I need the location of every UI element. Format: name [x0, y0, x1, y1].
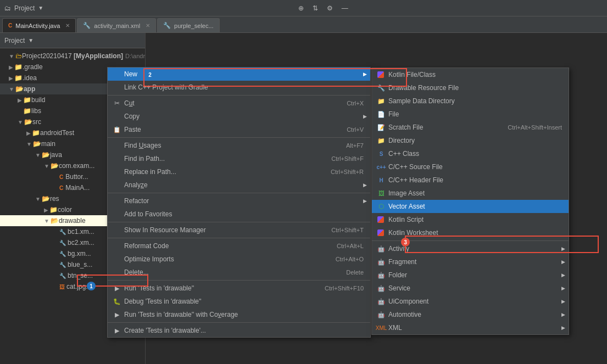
- menu-item-create-tests[interactable]: ▶ Create 'Tests in 'drawable'...: [108, 324, 370, 337]
- src-folder-icon: 📂: [24, 118, 32, 126]
- xml2-icon: XML: [376, 325, 386, 331]
- menu-item-debug-tests[interactable]: 🐛 Debug 'Tests in 'drawable'': [108, 295, 370, 308]
- menu-item-favorites[interactable]: Add to Favorites: [108, 208, 370, 221]
- submenu-uicomponent-label: UiComponent: [388, 298, 562, 305]
- menu-run-coverage-label: Run 'Tests in 'drawable'' with Coverage: [124, 311, 364, 318]
- submenu-item-image-asset[interactable]: 🖼 Image Asset: [372, 187, 569, 200]
- submenu-item-vector-asset[interactable]: ⬡ Vector Asset: [372, 200, 569, 213]
- submenu-item-fragment[interactable]: 🤖 Fragment: [372, 255, 569, 268]
- tab-close-activity-xml[interactable]: ✕: [146, 23, 150, 29]
- project-header-label: Project: [4, 37, 25, 44]
- tab-close-main-activity[interactable]: ✕: [65, 23, 70, 29]
- project-header-arrow[interactable]: ▼: [28, 37, 34, 43]
- create-tests-icon: ▶: [112, 327, 122, 334]
- blues-label: blue_s...: [68, 261, 92, 268]
- sample-data-icon: 📁: [376, 98, 386, 105]
- menu-item-refactor[interactable]: Refactor: [108, 194, 370, 208]
- menu-delete-label: Delete...: [124, 268, 335, 276]
- idea-label: .idea: [23, 74, 37, 82]
- libs-folder-icon: 📁: [23, 107, 31, 115]
- androidtest-arrow: ▶: [26, 130, 31, 136]
- catjpg-icon: 🖼: [59, 284, 65, 290]
- submenu-item-service[interactable]: 🤖 Service: [372, 282, 569, 295]
- submenu-item-xml[interactable]: XML XML: [372, 321, 569, 334]
- bc1-label: bc1.xm...: [68, 228, 94, 236]
- submenu-item-file[interactable]: 📄 File: [372, 108, 569, 121]
- color-label: color: [58, 206, 72, 214]
- submenu-item-drawable-resource[interactable]: 🔧 Drawable Resource File: [372, 81, 569, 94]
- mainactivity-java-icon: C: [59, 185, 63, 191]
- divider-4: [108, 222, 370, 222]
- submenu-item-directory[interactable]: 📁 Directory: [372, 134, 569, 147]
- menu-item-optimize[interactable]: Optimize Imports Ctrl+Alt+O: [108, 253, 370, 266]
- reformat-shortcut: Ctrl+Alt+L: [337, 243, 364, 249]
- submenu-item-scratch-file[interactable]: 📝 Scratch File Ctrl+Alt+Shift+Insert: [372, 121, 569, 134]
- debug-tests-icon: 🐛: [112, 298, 122, 305]
- submenu-vector-asset-label: Vector Asset: [388, 203, 562, 210]
- menu-item-run-tests[interactable]: ▶ Run 'Tests in 'drawable'' Ctrl+Shift+F…: [108, 282, 370, 295]
- submenu-item-kotlin-file[interactable]: Kotlin File/Class: [372, 68, 569, 81]
- tab-activity-main-xml[interactable]: 🔧 activity_main.xml ✕: [77, 18, 156, 32]
- divider-1: [108, 95, 370, 96]
- resource-manager-shortcut: Ctrl+Shift+T: [331, 227, 364, 233]
- menu-item-find-path[interactable]: Find in Path... Ctrl+Shift+F: [108, 152, 370, 165]
- submenu-item-cpp-class[interactable]: S C++ Class: [372, 147, 569, 160]
- tab-purple-select[interactable]: 🔧 purple_selec...: [157, 18, 220, 32]
- drawable-folder-icon: 📂: [51, 217, 59, 225]
- btnse-icon: 🔧: [59, 273, 66, 279]
- submenu-service-label: Service: [388, 284, 562, 292]
- submenu-item-automotive[interactable]: 🤖 Automotive: [372, 308, 569, 321]
- divider-6: [108, 280, 370, 281]
- menu-item-run-coverage[interactable]: ▶ Run 'Tests in 'drawable'' with Coverag…: [108, 308, 370, 321]
- replace-path-shortcut: Ctrl+Shift+R: [331, 169, 364, 175]
- drawable-resource-icon: 🔧: [376, 85, 386, 92]
- submenu-item-kotlin-worksheet[interactable]: Kotlin Worksheet: [372, 226, 569, 239]
- menu-item-cut[interactable]: ✂ Cut Ctrl+X: [108, 97, 370, 110]
- xml-icon: 🔧: [83, 22, 91, 29]
- main-arrow: ▼: [26, 141, 32, 147]
- menu-item-paste[interactable]: 📋 Paste Ctrl+V: [108, 123, 370, 136]
- submenu-item-folder[interactable]: 🤖 Folder: [372, 268, 569, 282]
- src-arrow: ▼: [18, 119, 23, 125]
- menu-item-analyze[interactable]: Analyze: [108, 178, 370, 192]
- mainactivity-label: MainA...: [65, 184, 90, 192]
- dropdown-arrow[interactable]: ▼: [38, 5, 43, 11]
- submenu-item-sample-data[interactable]: 📁 Sample Data Directory: [372, 94, 569, 108]
- drawable-label: drawable: [59, 217, 86, 225]
- submenu-kotlin-worksheet-label: Kotlin Worksheet: [388, 229, 562, 237]
- uicomponent-icon: 🤖: [376, 298, 386, 305]
- menu-link-cpp-label: Link C++ Project with Gradle: [124, 83, 364, 91]
- libs-label: libs: [31, 107, 41, 115]
- tab-bar: C MainActivity.java ✕ 🔧 activity_main.xm…: [0, 16, 607, 33]
- globe-icon[interactable]: ⊕: [298, 4, 304, 12]
- menu-run-tests-label: Run 'Tests in 'drawable'': [124, 284, 314, 292]
- submenu-activity-label: Activity: [388, 245, 562, 253]
- image-asset-icon: 🖼: [376, 190, 386, 197]
- root-label: Project20210417 [MyApplication]: [22, 52, 123, 60]
- submenu-kotlin-file-label: Kotlin File/Class: [388, 71, 562, 79]
- submenu-item-cpp-header[interactable]: H C/C++ Header File: [372, 173, 569, 187]
- menu-replace-path-label: Replace in Path...: [124, 168, 320, 176]
- run-coverage-icon: ▶: [112, 311, 122, 318]
- blues-icon: 🔧: [59, 262, 66, 268]
- menu-item-link-cpp[interactable]: Link C++ Project with Gradle: [108, 81, 370, 94]
- submenu-item-kotlin-script[interactable]: Kotlin Script: [372, 213, 569, 226]
- tree-root[interactable]: ▼ 🗁 Project20210417 [MyApplication] D:\a…: [0, 51, 145, 61]
- minus-icon[interactable]: —: [342, 4, 348, 12]
- com-exam-folder-icon: 📂: [51, 162, 59, 170]
- equalizer-icon[interactable]: ⇅: [313, 4, 318, 12]
- menu-item-delete[interactable]: Delete... Delete: [108, 266, 370, 279]
- submenu-item-cpp-source[interactable]: c++ C/C++ Source File: [372, 160, 569, 173]
- menu-item-replace-path[interactable]: Replace in Path... Ctrl+Shift+R: [108, 165, 370, 178]
- gear-icon[interactable]: ⚙: [327, 4, 333, 12]
- submenu-item-uicomponent[interactable]: 🤖 UiComponent: [372, 295, 569, 308]
- menu-new-label: New: [124, 70, 364, 78]
- menu-item-reformat[interactable]: Reformat Code Ctrl+Alt+L: [108, 239, 370, 253]
- project-label: Project: [14, 4, 35, 12]
- tab-label-activity-xml: activity_main.xml: [94, 23, 140, 29]
- vector-asset-icon: ⬡: [376, 203, 386, 210]
- tab-main-activity[interactable]: C MainActivity.java ✕: [2, 18, 76, 32]
- menu-item-resource-manager[interactable]: Show In Resource Manager Ctrl+Shift+T: [108, 223, 370, 237]
- menu-item-find-usages[interactable]: Find Usages Alt+F7: [108, 139, 370, 152]
- menu-item-copy[interactable]: Copy: [108, 110, 370, 123]
